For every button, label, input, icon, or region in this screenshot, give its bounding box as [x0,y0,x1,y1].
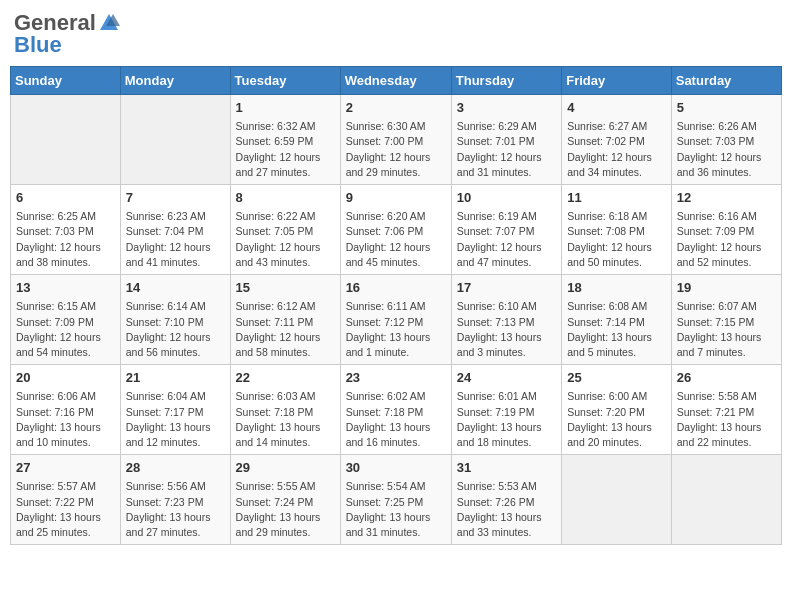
day-info: Sunrise: 6:03 AM Sunset: 7:18 PM Dayligh… [236,389,335,450]
day-number: 3 [457,99,556,117]
day-info: Sunrise: 6:22 AM Sunset: 7:05 PM Dayligh… [236,209,335,270]
day-info: Sunrise: 6:02 AM Sunset: 7:18 PM Dayligh… [346,389,446,450]
day-number: 28 [126,459,225,477]
calendar-cell: 8Sunrise: 6:22 AM Sunset: 7:05 PM Daylig… [230,185,340,275]
day-info: Sunrise: 5:53 AM Sunset: 7:26 PM Dayligh… [457,479,556,540]
calendar-cell: 24Sunrise: 6:01 AM Sunset: 7:19 PM Dayli… [451,365,561,455]
calendar-cell: 10Sunrise: 6:19 AM Sunset: 7:07 PM Dayli… [451,185,561,275]
day-number: 25 [567,369,666,387]
day-number: 7 [126,189,225,207]
day-number: 6 [16,189,115,207]
day-number: 5 [677,99,776,117]
day-number: 27 [16,459,115,477]
day-number: 21 [126,369,225,387]
day-info: Sunrise: 5:58 AM Sunset: 7:21 PM Dayligh… [677,389,776,450]
calendar-cell: 3Sunrise: 6:29 AM Sunset: 7:01 PM Daylig… [451,95,561,185]
calendar-cell: 19Sunrise: 6:07 AM Sunset: 7:15 PM Dayli… [671,275,781,365]
day-number: 20 [16,369,115,387]
day-info: Sunrise: 6:00 AM Sunset: 7:20 PM Dayligh… [567,389,666,450]
day-info: Sunrise: 6:20 AM Sunset: 7:06 PM Dayligh… [346,209,446,270]
day-number: 17 [457,279,556,297]
day-info: Sunrise: 6:07 AM Sunset: 7:15 PM Dayligh… [677,299,776,360]
day-info: Sunrise: 6:23 AM Sunset: 7:04 PM Dayligh… [126,209,225,270]
day-info: Sunrise: 5:57 AM Sunset: 7:22 PM Dayligh… [16,479,115,540]
header-saturday: Saturday [671,67,781,95]
day-number: 29 [236,459,335,477]
calendar-cell: 9Sunrise: 6:20 AM Sunset: 7:06 PM Daylig… [340,185,451,275]
day-number: 1 [236,99,335,117]
day-number: 18 [567,279,666,297]
calendar-cell: 7Sunrise: 6:23 AM Sunset: 7:04 PM Daylig… [120,185,230,275]
calendar-cell: 20Sunrise: 6:06 AM Sunset: 7:16 PM Dayli… [11,365,121,455]
calendar-cell [671,455,781,545]
logo-blue: Blue [14,32,62,58]
calendar-cell: 17Sunrise: 6:10 AM Sunset: 7:13 PM Dayli… [451,275,561,365]
day-number: 24 [457,369,556,387]
calendar-week-3: 13Sunrise: 6:15 AM Sunset: 7:09 PM Dayli… [11,275,782,365]
header-sunday: Sunday [11,67,121,95]
header-tuesday: Tuesday [230,67,340,95]
day-info: Sunrise: 6:01 AM Sunset: 7:19 PM Dayligh… [457,389,556,450]
calendar-cell: 5Sunrise: 6:26 AM Sunset: 7:03 PM Daylig… [671,95,781,185]
day-info: Sunrise: 6:11 AM Sunset: 7:12 PM Dayligh… [346,299,446,360]
calendar-header-row: SundayMondayTuesdayWednesdayThursdayFrid… [11,67,782,95]
header-wednesday: Wednesday [340,67,451,95]
logo: General Blue [14,10,120,58]
calendar-cell: 12Sunrise: 6:16 AM Sunset: 7:09 PM Dayli… [671,185,781,275]
day-info: Sunrise: 6:26 AM Sunset: 7:03 PM Dayligh… [677,119,776,180]
calendar-cell: 15Sunrise: 6:12 AM Sunset: 7:11 PM Dayli… [230,275,340,365]
day-number: 23 [346,369,446,387]
calendar-cell: 13Sunrise: 6:15 AM Sunset: 7:09 PM Dayli… [11,275,121,365]
day-info: Sunrise: 6:04 AM Sunset: 7:17 PM Dayligh… [126,389,225,450]
day-info: Sunrise: 6:18 AM Sunset: 7:08 PM Dayligh… [567,209,666,270]
calendar-week-5: 27Sunrise: 5:57 AM Sunset: 7:22 PM Dayli… [11,455,782,545]
day-info: Sunrise: 6:30 AM Sunset: 7:00 PM Dayligh… [346,119,446,180]
calendar-cell [11,95,121,185]
day-info: Sunrise: 6:12 AM Sunset: 7:11 PM Dayligh… [236,299,335,360]
calendar-week-4: 20Sunrise: 6:06 AM Sunset: 7:16 PM Dayli… [11,365,782,455]
day-info: Sunrise: 6:32 AM Sunset: 6:59 PM Dayligh… [236,119,335,180]
calendar-cell: 16Sunrise: 6:11 AM Sunset: 7:12 PM Dayli… [340,275,451,365]
header-monday: Monday [120,67,230,95]
day-number: 22 [236,369,335,387]
calendar-cell: 30Sunrise: 5:54 AM Sunset: 7:25 PM Dayli… [340,455,451,545]
header-thursday: Thursday [451,67,561,95]
day-number: 30 [346,459,446,477]
calendar-cell: 26Sunrise: 5:58 AM Sunset: 7:21 PM Dayli… [671,365,781,455]
calendar-cell: 1Sunrise: 6:32 AM Sunset: 6:59 PM Daylig… [230,95,340,185]
day-info: Sunrise: 6:16 AM Sunset: 7:09 PM Dayligh… [677,209,776,270]
day-info: Sunrise: 6:19 AM Sunset: 7:07 PM Dayligh… [457,209,556,270]
day-info: Sunrise: 6:29 AM Sunset: 7:01 PM Dayligh… [457,119,556,180]
calendar-cell: 2Sunrise: 6:30 AM Sunset: 7:00 PM Daylig… [340,95,451,185]
calendar-week-2: 6Sunrise: 6:25 AM Sunset: 7:03 PM Daylig… [11,185,782,275]
day-info: Sunrise: 6:15 AM Sunset: 7:09 PM Dayligh… [16,299,115,360]
day-number: 10 [457,189,556,207]
calendar-cell: 31Sunrise: 5:53 AM Sunset: 7:26 PM Dayli… [451,455,561,545]
day-number: 4 [567,99,666,117]
day-info: Sunrise: 6:14 AM Sunset: 7:10 PM Dayligh… [126,299,225,360]
calendar-cell: 23Sunrise: 6:02 AM Sunset: 7:18 PM Dayli… [340,365,451,455]
calendar-cell [562,455,672,545]
calendar-cell: 6Sunrise: 6:25 AM Sunset: 7:03 PM Daylig… [11,185,121,275]
day-number: 11 [567,189,666,207]
day-number: 8 [236,189,335,207]
calendar-week-1: 1Sunrise: 6:32 AM Sunset: 6:59 PM Daylig… [11,95,782,185]
logo-icon [98,12,120,34]
day-info: Sunrise: 5:55 AM Sunset: 7:24 PM Dayligh… [236,479,335,540]
day-info: Sunrise: 6:27 AM Sunset: 7:02 PM Dayligh… [567,119,666,180]
day-info: Sunrise: 6:25 AM Sunset: 7:03 PM Dayligh… [16,209,115,270]
day-number: 15 [236,279,335,297]
header-friday: Friday [562,67,672,95]
calendar-cell: 22Sunrise: 6:03 AM Sunset: 7:18 PM Dayli… [230,365,340,455]
calendar-cell: 27Sunrise: 5:57 AM Sunset: 7:22 PM Dayli… [11,455,121,545]
day-info: Sunrise: 5:56 AM Sunset: 7:23 PM Dayligh… [126,479,225,540]
day-number: 12 [677,189,776,207]
day-info: Sunrise: 6:06 AM Sunset: 7:16 PM Dayligh… [16,389,115,450]
calendar-cell: 29Sunrise: 5:55 AM Sunset: 7:24 PM Dayli… [230,455,340,545]
day-number: 16 [346,279,446,297]
calendar-cell: 11Sunrise: 6:18 AM Sunset: 7:08 PM Dayli… [562,185,672,275]
day-info: Sunrise: 5:54 AM Sunset: 7:25 PM Dayligh… [346,479,446,540]
day-number: 13 [16,279,115,297]
day-number: 19 [677,279,776,297]
calendar-cell: 21Sunrise: 6:04 AM Sunset: 7:17 PM Dayli… [120,365,230,455]
